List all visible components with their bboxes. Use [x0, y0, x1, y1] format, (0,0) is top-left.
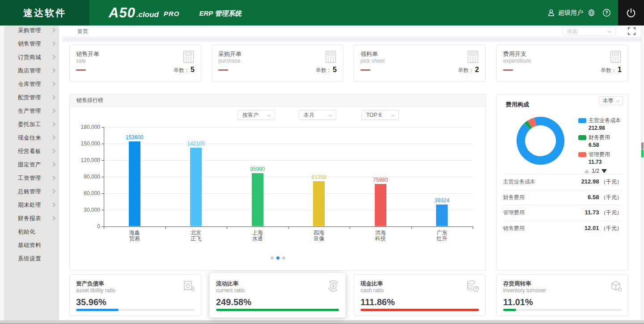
- kpi-card[interactable]: 流动比率current ratio¥249.58%: [209, 273, 346, 318]
- system-name: ERP 管理系统: [199, 8, 241, 18]
- sidebar-item[interactable]: 系统设置: [4, 252, 59, 265]
- expense-donut-chart: [517, 117, 564, 165]
- chevron-right-icon: [52, 68, 55, 73]
- chart-filter-value: 按客户: [242, 111, 258, 120]
- expense-row: 销售费用12.01 （千元）: [503, 221, 622, 236]
- x-axis-category-label: 海鑫贸易: [117, 230, 153, 242]
- kpi-card[interactable]: 资产负债率asset libility ratio35.96%: [69, 274, 201, 316]
- x-axis-category-label: 广东红升: [424, 230, 460, 242]
- x-axis-tick: [473, 227, 473, 229]
- breadcrumb-home-tab[interactable]: 首页: [77, 26, 88, 37]
- bar[interactable]: [375, 184, 386, 226]
- chart-filter-select[interactable]: 本月: [299, 110, 336, 120]
- sidebar-menu: 采购管理销售管理订货商城跑店管理仓库管理配货管理生产管理委托加工现金往来经营看板…: [4, 24, 59, 265]
- product-name: A50: [109, 5, 136, 21]
- sidebar-item[interactable]: 期末处理: [4, 198, 59, 212]
- logout-power-button[interactable]: [618, 0, 644, 26]
- brand: A50.cloud PRO ERP 管理系统: [109, 0, 242, 26]
- kpi-card-title: 资产负债率: [76, 280, 104, 288]
- vertical-scrollbar[interactable]: [641, 26, 644, 320]
- stat-card[interactable]: 销售开单sale单数：5: [69, 45, 201, 82]
- sidebar-item[interactable]: 经营看板: [4, 145, 59, 158]
- donut-slice[interactable]: [517, 117, 564, 165]
- stat-card[interactable]: 采购开单purchase单数：5: [212, 45, 343, 82]
- period-select-value: 本季: [603, 97, 614, 105]
- kpi-card-subtitle: current ratio: [216, 287, 245, 294]
- donut-legend: 主营业务成本212.98财务费用6.58管理费用11.73: [578, 117, 621, 168]
- logo-text: 速达软件: [23, 7, 66, 19]
- pager-down-icon[interactable]: [602, 169, 607, 173]
- vertical-scrollbar-thumb[interactable]: [641, 142, 644, 149]
- bar[interactable]: [252, 173, 263, 226]
- chart-filter-select[interactable]: TOP 6: [361, 110, 399, 120]
- sidebar-item[interactable]: 仓库管理: [4, 77, 59, 91]
- pager-up-icon[interactable]: [584, 169, 589, 173]
- sidebar-item[interactable]: 初始化: [4, 225, 59, 239]
- chart-filter-select[interactable]: 按客户: [237, 110, 275, 120]
- help-icon[interactable]: ?: [602, 0, 611, 26]
- kpi-card[interactable]: 现金比率cash ratio111.86%: [354, 274, 486, 316]
- bar[interactable]: [129, 141, 140, 226]
- sidebar-item[interactable]: 生产管理: [4, 104, 59, 118]
- sidebar-item[interactable]: 工资管理: [4, 171, 59, 185]
- search-input[interactable]: 搜索: [562, 27, 616, 36]
- chevron-right-icon: [52, 81, 55, 86]
- carousel-dot[interactable]: [282, 256, 285, 260]
- stat-card-count: 单数：5: [174, 66, 195, 74]
- sidebar-item[interactable]: 基础资料: [4, 239, 59, 252]
- erp-dashboard: 速达软件 A50.cloud PRO ERP 管理系统 超级用户 ? 采购管理销…: [0, 0, 644, 324]
- bar[interactable]: [436, 205, 448, 226]
- user-menu[interactable]: 超级用户: [547, 0, 583, 26]
- legend-value: 6.58: [589, 142, 621, 148]
- calculator-icon: [324, 50, 337, 64]
- sidebar-item-label: 系统设置: [18, 255, 41, 263]
- kpi-card-title: 现金比率: [360, 280, 383, 288]
- y-axis-label: 60,000: [73, 190, 100, 196]
- expense-row: 财务费用6.58 （千元）: [503, 190, 622, 205]
- horizontal-scrollbar[interactable]: [0, 320, 644, 324]
- user-name: 超级用户: [558, 9, 583, 17]
- sidebar-item-label: 生产管理: [18, 107, 41, 115]
- sidebar-item[interactable]: 采购管理: [4, 24, 59, 37]
- stat-card-count: 单数：5: [316, 66, 337, 74]
- settings-gear-icon[interactable]: [587, 0, 596, 26]
- x-axis-tick: [411, 227, 412, 229]
- sales-panel-header: 销售排行榜: [70, 94, 486, 107]
- period-select[interactable]: 本季: [599, 96, 623, 105]
- sidebar-item-label: 基础资料: [18, 242, 41, 249]
- x-axis-tick: [288, 227, 289, 229]
- expense-row-label: 销售费用: [503, 225, 525, 232]
- logo[interactable]: 速达软件: [0, 0, 89, 26]
- sidebar-item[interactable]: 总账管理: [4, 185, 59, 198]
- kpi-card[interactable]: 存货周转率inventory turnover11.01%: [496, 274, 628, 316]
- sidebar-item-label: 现金往来: [18, 134, 41, 142]
- expense-row-label: 管理费用: [503, 209, 525, 217]
- bar[interactable]: [313, 181, 325, 226]
- carousel-dot[interactable]: [271, 256, 274, 260]
- sidebar-item[interactable]: 财务报表: [4, 212, 59, 225]
- fullscreen-icon[interactable]: [628, 27, 636, 35]
- chevron-down-icon: [267, 114, 271, 117]
- kpi-progress-track: [360, 309, 479, 311]
- stat-card[interactable]: 费用开支expenditure单数：1: [496, 45, 628, 82]
- x-axis-category-label: 北京正飞: [178, 230, 214, 242]
- sidebar-item[interactable]: 固定资产: [4, 158, 59, 171]
- sidebar-item[interactable]: 委托加工: [4, 118, 59, 131]
- stat-card-count: 单数：2: [458, 66, 479, 74]
- stat-card-title: 领料单: [360, 50, 378, 58]
- sidebar-item[interactable]: 现金往来: [4, 131, 59, 145]
- y-axis-tick: [102, 177, 104, 177]
- search-placeholder: 搜索: [567, 27, 578, 36]
- y-axis-label: 120,000: [73, 157, 100, 163]
- carousel-dot-active[interactable]: [276, 256, 280, 260]
- stat-card[interactable]: 领料单pick sheet单数：2: [354, 45, 486, 82]
- expense-row-label: 主营业务成本: [503, 178, 535, 186]
- y-axis-tick: [102, 193, 104, 194]
- sidebar-item[interactable]: 跑店管理: [4, 64, 59, 77]
- sidebar-item[interactable]: 销售管理: [4, 37, 59, 51]
- bar[interactable]: [190, 148, 202, 226]
- gridline: [104, 193, 473, 194]
- sidebar-item[interactable]: 订货商城: [4, 51, 59, 64]
- legend-item: 财务费用6.58: [578, 134, 621, 151]
- sidebar-item[interactable]: 配货管理: [4, 91, 59, 104]
